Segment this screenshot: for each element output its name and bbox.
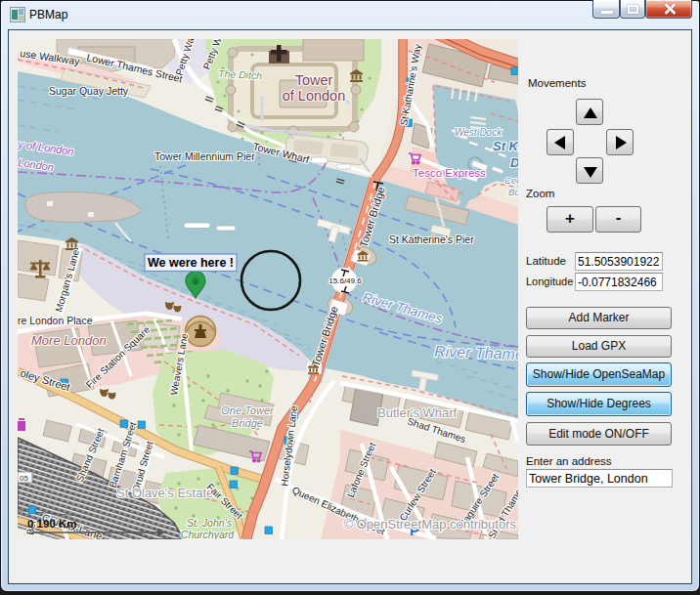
svg-text:05: 05 (20, 474, 28, 483)
svg-text:Churchyard: Churchyard (181, 529, 235, 539)
svg-text:D: D (510, 155, 518, 170)
svg-text:St Katherine's Pier: St Katherine's Pier (389, 234, 474, 245)
svg-text:St. John's: St. John's (187, 517, 233, 529)
svg-text:15.6/49.6: 15.6/49.6 (328, 276, 362, 285)
svg-text:Tower: Tower (295, 72, 333, 88)
svg-text:We were here !: We were here ! (148, 256, 234, 270)
svg-text:Bridge: Bridge (232, 417, 263, 429)
svg-text:One Tower: One Tower (221, 404, 275, 416)
svg-text:of London: of London (283, 88, 346, 104)
svg-text:St Olave's Estate: St Olave's Estate (116, 486, 213, 500)
svg-text:The Ditch: The Ditch (218, 67, 263, 81)
svg-text:Tesco Express: Tesco Express (413, 167, 486, 179)
svg-text:re London Place: re London Place (18, 315, 93, 326)
svg-text:Tower Millennium Pier: Tower Millennium Pier (154, 150, 255, 162)
svg-text:Cent: Cent (504, 175, 518, 186)
svg-text:0 190 Km: 0 190 Km (27, 518, 77, 530)
svg-text:Sugar Quay Jetty: Sugar Quay Jetty (49, 85, 129, 97)
svg-text:West Dock: West Dock (455, 127, 503, 138)
svg-text:© OpenStreetMap contributors: © OpenStreetMap contributors (344, 517, 517, 531)
svg-text:More London: More London (31, 333, 107, 348)
svg-text:St Ka: St Ka (493, 139, 518, 153)
svg-text:Bo: Bo (508, 187, 518, 197)
svg-text:River Thames: River Thames (434, 343, 518, 362)
